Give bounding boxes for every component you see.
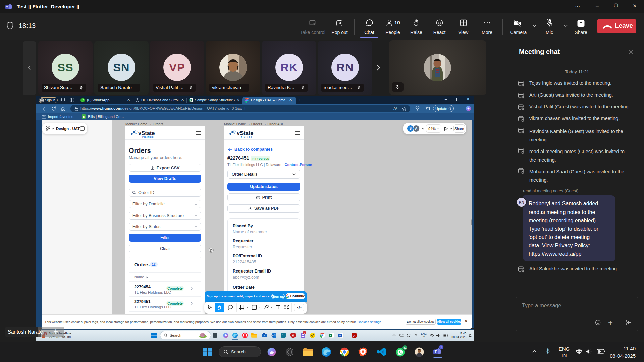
- svg-text:A: A: [353, 334, 355, 337]
- svg-text:X: X: [330, 334, 332, 337]
- svg-text:O: O: [272, 334, 274, 337]
- svg-text:FILINGS: FILINGS: [241, 136, 253, 138]
- svg-text:X: X: [190, 99, 191, 101]
- svg-text:T: T: [435, 350, 437, 354]
- svg-text:W: W: [339, 334, 341, 337]
- svg-text:vState: vState: [138, 130, 155, 136]
- svg-text:vState: vState: [237, 130, 254, 136]
- svg-text:!: !: [450, 109, 451, 110]
- svg-text:T: T: [6, 6, 8, 9]
- svg-text:FILINGS: FILINGS: [142, 136, 154, 138]
